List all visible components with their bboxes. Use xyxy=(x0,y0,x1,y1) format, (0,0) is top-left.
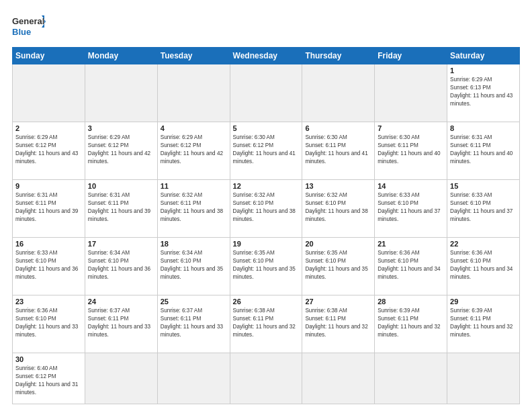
calendar-cell: 21Sunrise: 6:36 AMSunset: 6:10 PMDayligh… xyxy=(375,238,447,295)
day-number: 14 xyxy=(378,182,444,190)
day-header-thursday: Thursday xyxy=(302,48,375,64)
calendar-cell: 12Sunrise: 6:32 AMSunset: 6:10 PMDayligh… xyxy=(230,180,302,238)
cell-info: Sunrise: 6:33 AMSunset: 6:10 PMDaylight:… xyxy=(15,249,82,281)
calendar-week-row: 16Sunrise: 6:33 AMSunset: 6:10 PMDayligh… xyxy=(13,238,520,295)
day-number: 29 xyxy=(450,298,517,306)
day-number: 22 xyxy=(450,240,517,248)
day-number: 25 xyxy=(161,298,227,306)
calendar-cell: 24Sunrise: 6:37 AMSunset: 6:11 PMDayligh… xyxy=(85,295,157,353)
calendar-cell: 14Sunrise: 6:33 AMSunset: 6:10 PMDayligh… xyxy=(375,180,447,238)
day-number: 23 xyxy=(15,298,82,306)
day-number: 21 xyxy=(378,240,444,248)
cell-info: Sunrise: 6:31 AMSunset: 6:11 PMDaylight:… xyxy=(450,134,517,166)
cell-info: Sunrise: 6:32 AMSunset: 6:11 PMDaylight:… xyxy=(161,191,227,224)
day-number: 9 xyxy=(15,182,82,190)
page: General Blue SundayMondayTuesdayWednesda… xyxy=(0,0,532,411)
day-header-saturday: Saturday xyxy=(447,48,520,64)
day-number: 7 xyxy=(378,124,444,132)
calendar-cell: 30Sunrise: 6:40 AMSunset: 6:12 PMDayligh… xyxy=(13,353,85,404)
day-number: 15 xyxy=(450,182,517,190)
calendar-cell: 19Sunrise: 6:35 AMSunset: 6:10 PMDayligh… xyxy=(230,238,302,295)
cell-info: Sunrise: 6:31 AMSunset: 6:11 PMDaylight:… xyxy=(88,191,154,224)
calendar-cell: 4Sunrise: 6:29 AMSunset: 6:12 PMDaylight… xyxy=(157,122,230,180)
calendar-cell: 22Sunrise: 6:36 AMSunset: 6:10 PMDayligh… xyxy=(447,238,520,295)
calendar-cell: 11Sunrise: 6:32 AMSunset: 6:11 PMDayligh… xyxy=(157,180,230,238)
calendar-cell: 7Sunrise: 6:30 AMSunset: 6:11 PMDaylight… xyxy=(375,122,447,180)
calendar-cell: 5Sunrise: 6:30 AMSunset: 6:12 PMDaylight… xyxy=(230,122,302,180)
day-number: 17 xyxy=(88,240,154,248)
calendar-cell: 13Sunrise: 6:32 AMSunset: 6:10 PMDayligh… xyxy=(302,180,375,238)
day-number: 6 xyxy=(305,124,371,132)
calendar-cell: 1Sunrise: 6:29 AMSunset: 6:13 PMDaylight… xyxy=(447,64,520,122)
cell-info: Sunrise: 6:33 AMSunset: 6:10 PMDaylight:… xyxy=(378,191,444,224)
cell-info: Sunrise: 6:30 AMSunset: 6:12 PMDaylight:… xyxy=(233,134,300,166)
day-header-tuesday: Tuesday xyxy=(157,48,230,64)
cell-info: Sunrise: 6:36 AMSunset: 6:10 PMDaylight:… xyxy=(378,249,444,281)
day-number: 24 xyxy=(88,298,154,306)
calendar-cell xyxy=(13,64,85,122)
calendar-cell: 15Sunrise: 6:33 AMSunset: 6:10 PMDayligh… xyxy=(447,180,520,238)
day-number: 19 xyxy=(233,240,300,248)
calendar-cell xyxy=(157,64,230,122)
day-number: 2 xyxy=(15,124,82,132)
calendar-week-row: 9Sunrise: 6:31 AMSunset: 6:11 PMDaylight… xyxy=(13,180,520,238)
cell-info: Sunrise: 6:38 AMSunset: 6:11 PMDaylight:… xyxy=(305,307,371,339)
day-number: 26 xyxy=(233,298,300,306)
day-header-wednesday: Wednesday xyxy=(230,48,302,64)
day-number: 11 xyxy=(161,182,227,190)
cell-info: Sunrise: 6:38 AMSunset: 6:11 PMDaylight:… xyxy=(233,307,300,339)
calendar-cell xyxy=(375,64,447,122)
day-number: 13 xyxy=(305,182,371,190)
day-number: 28 xyxy=(378,298,444,306)
cell-info: Sunrise: 6:29 AMSunset: 6:12 PMDaylight:… xyxy=(161,134,227,166)
day-number: 18 xyxy=(161,240,227,248)
calendar-cell: 2Sunrise: 6:29 AMSunset: 6:12 PMDaylight… xyxy=(13,122,85,180)
calendar-cell: 29Sunrise: 6:39 AMSunset: 6:11 PMDayligh… xyxy=(447,295,520,353)
calendar-cell: 3Sunrise: 6:29 AMSunset: 6:12 PMDaylight… xyxy=(85,122,157,180)
logo-svg: General Blue xyxy=(12,12,46,40)
cell-info: Sunrise: 6:35 AMSunset: 6:10 PMDaylight:… xyxy=(233,249,300,281)
logo: General Blue xyxy=(12,12,46,40)
day-number: 27 xyxy=(305,298,371,306)
calendar-week-row: 2Sunrise: 6:29 AMSunset: 6:12 PMDaylight… xyxy=(13,122,520,180)
calendar-cell: 27Sunrise: 6:38 AMSunset: 6:11 PMDayligh… xyxy=(302,295,375,353)
cell-info: Sunrise: 6:33 AMSunset: 6:10 PMDaylight:… xyxy=(450,191,517,224)
day-number: 5 xyxy=(233,124,300,132)
calendar-week-row: 1Sunrise: 6:29 AMSunset: 6:13 PMDaylight… xyxy=(13,64,520,122)
cell-info: Sunrise: 6:37 AMSunset: 6:11 PMDaylight:… xyxy=(161,307,227,339)
calendar-cell: 26Sunrise: 6:38 AMSunset: 6:11 PMDayligh… xyxy=(230,295,302,353)
calendar-cell: 16Sunrise: 6:33 AMSunset: 6:10 PMDayligh… xyxy=(13,238,85,295)
calendar-cell: 23Sunrise: 6:36 AMSunset: 6:10 PMDayligh… xyxy=(13,295,85,353)
cell-info: Sunrise: 6:32 AMSunset: 6:10 PMDaylight:… xyxy=(233,191,300,224)
calendar-week-row: 30Sunrise: 6:40 AMSunset: 6:12 PMDayligh… xyxy=(13,353,520,404)
day-header-friday: Friday xyxy=(375,48,447,64)
day-number: 10 xyxy=(88,182,154,190)
day-number: 16 xyxy=(15,240,82,248)
cell-info: Sunrise: 6:29 AMSunset: 6:12 PMDaylight:… xyxy=(15,134,82,166)
calendar-cell: 18Sunrise: 6:34 AMSunset: 6:10 PMDayligh… xyxy=(157,238,230,295)
calendar-cell xyxy=(447,353,520,404)
calendar-cell: 17Sunrise: 6:34 AMSunset: 6:10 PMDayligh… xyxy=(85,238,157,295)
day-header-sunday: Sunday xyxy=(13,48,85,64)
calendar-header-row: SundayMondayTuesdayWednesdayThursdayFrid… xyxy=(13,48,520,64)
calendar-cell xyxy=(85,64,157,122)
day-number: 4 xyxy=(161,124,227,132)
cell-info: Sunrise: 6:30 AMSunset: 6:11 PMDaylight:… xyxy=(378,134,444,166)
calendar-cell: 28Sunrise: 6:39 AMSunset: 6:11 PMDayligh… xyxy=(375,295,447,353)
calendar-cell xyxy=(230,64,302,122)
calendar-cell: 10Sunrise: 6:31 AMSunset: 6:11 PMDayligh… xyxy=(85,180,157,238)
cell-info: Sunrise: 6:39 AMSunset: 6:11 PMDaylight:… xyxy=(378,307,444,339)
calendar-cell xyxy=(230,353,302,404)
calendar-table: SundayMondayTuesdayWednesdayThursdayFrid… xyxy=(12,47,520,404)
cell-info: Sunrise: 6:34 AMSunset: 6:10 PMDaylight:… xyxy=(161,249,227,281)
day-number: 1 xyxy=(450,66,517,75)
svg-text:Blue: Blue xyxy=(12,27,31,37)
cell-info: Sunrise: 6:37 AMSunset: 6:11 PMDaylight:… xyxy=(88,307,154,339)
svg-text:General: General xyxy=(12,16,44,26)
day-number: 20 xyxy=(305,240,371,248)
day-header-monday: Monday xyxy=(85,48,157,64)
calendar-cell xyxy=(302,64,375,122)
cell-info: Sunrise: 6:36 AMSunset: 6:10 PMDaylight:… xyxy=(450,249,517,281)
cell-info: Sunrise: 6:36 AMSunset: 6:10 PMDaylight:… xyxy=(15,307,82,339)
day-number: 12 xyxy=(233,182,300,190)
